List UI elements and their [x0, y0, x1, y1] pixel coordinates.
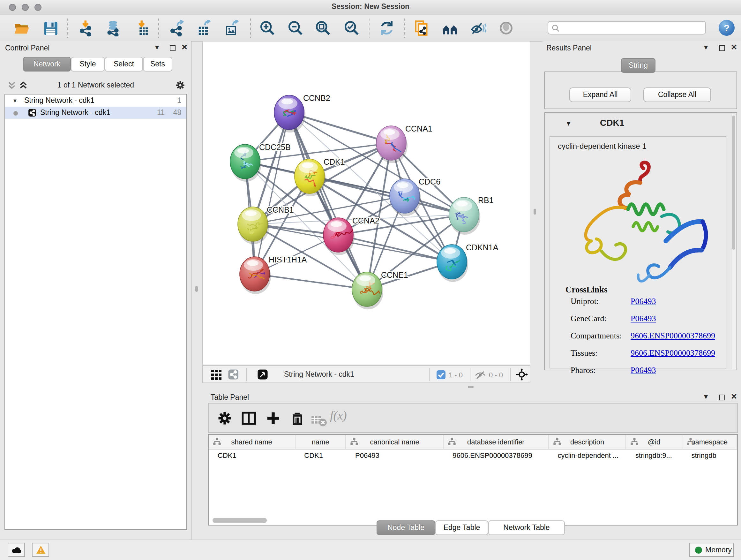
- zoom-selected-button[interactable]: [343, 20, 360, 37]
- network-row[interactable]: String Network - cdk1 11 48: [5, 107, 186, 119]
- delete-column-icon[interactable]: [289, 410, 306, 427]
- table-horizontal-scrollbar[interactable]: [212, 518, 267, 523]
- zoom-out-button[interactable]: [287, 20, 304, 37]
- cell-namespace[interactable]: stringdb: [682, 449, 737, 462]
- add-column-icon[interactable]: [265, 410, 281, 427]
- cell--id[interactable]: stringdb:9...: [626, 449, 683, 462]
- export-network-button[interactable]: [169, 20, 185, 37]
- column-header-namespace[interactable]: namespace: [682, 435, 737, 449]
- crosslink-link[interactable]: 9606.ENSP00000378699: [630, 348, 715, 358]
- open-session-button[interactable]: [13, 20, 30, 37]
- cloud-button[interactable]: [8, 543, 25, 557]
- cell-canonical-name[interactable]: P06493: [346, 449, 444, 462]
- node-ccna2[interactable]: [323, 218, 354, 255]
- crosslink-link[interactable]: 9606.ENSP00000378699: [630, 331, 715, 341]
- memory-button[interactable]: Memory: [689, 543, 734, 557]
- show-columns-icon[interactable]: [241, 410, 257, 427]
- tab-node-table[interactable]: Node Table: [377, 520, 435, 535]
- network-canvas[interactable]: CCNB2CCNA1CDC25BCDK1CDC6RB1CCNB1CCNA2CDK…: [202, 41, 530, 365]
- tab-edge-table[interactable]: Edge Table: [435, 520, 488, 535]
- node-cdc25b[interactable]: [230, 144, 261, 182]
- left-splitter-handle[interactable]: [195, 286, 198, 292]
- right-splitter-handle[interactable]: [534, 209, 536, 214]
- cell-database-identifier[interactable]: 9606.ENSP00000378699: [444, 449, 549, 462]
- crosslink-row: Tissues:9606.ENSP00000378699: [550, 348, 723, 365]
- zoom-in-button[interactable]: [259, 20, 276, 37]
- expand-all-button[interactable]: Expand All: [569, 87, 631, 102]
- table-options-gear-icon[interactable]: [216, 410, 233, 427]
- collapse-panel-icon[interactable]: ▾: [704, 43, 708, 52]
- collapse-panel-icon[interactable]: ▾: [704, 392, 708, 401]
- edge-hist1h1a-ccne1[interactable]: [255, 274, 367, 289]
- node-hist1h1a[interactable]: [240, 257, 271, 294]
- import-network-file-button[interactable]: [78, 20, 94, 37]
- collapse-all-button[interactable]: Collapse All: [643, 87, 711, 102]
- node-cdc6[interactable]: [390, 179, 421, 216]
- float-panel-icon[interactable]: [719, 393, 725, 402]
- close-panel-icon[interactable]: ✕: [731, 392, 737, 401]
- import-network-database-button[interactable]: [105, 20, 121, 37]
- close-panel-icon[interactable]: ✕: [731, 43, 737, 52]
- save-session-button[interactable]: [42, 20, 59, 37]
- node-cdk1[interactable]: [294, 159, 326, 196]
- column-header-description[interactable]: description: [549, 435, 626, 449]
- tab-network[interactable]: Network: [23, 57, 71, 71]
- close-panel-icon[interactable]: ✕: [181, 43, 188, 52]
- collapse-panel-icon[interactable]: ▾: [155, 43, 159, 52]
- export-table-button[interactable]: [195, 20, 212, 37]
- show-hidden-button[interactable]: [498, 20, 515, 37]
- column-header-shared-name[interactable]: shared name: [209, 435, 295, 449]
- float-panel-icon[interactable]: [719, 44, 725, 53]
- node-ccna1[interactable]: [376, 126, 408, 163]
- zoom-fit-button[interactable]: [315, 20, 331, 37]
- node-ccnb2[interactable]: [274, 95, 306, 132]
- horizontal-splitter-handle[interactable]: [468, 386, 474, 388]
- column-header-name[interactable]: name: [295, 435, 346, 449]
- cell-shared-name[interactable]: CDK1: [209, 449, 295, 462]
- tab-sets[interactable]: Sets: [143, 57, 172, 71]
- entry-collapse-icon[interactable]: ▾: [567, 119, 570, 128]
- node-cdkn1a[interactable]: [437, 245, 468, 282]
- birds-eye-view-icon[interactable]: [257, 369, 268, 380]
- selected-checkbox-icon[interactable]: [436, 370, 446, 379]
- tree-expand-icon[interactable]: ▾: [13, 95, 17, 107]
- column-header-database-identifier[interactable]: database identifier: [444, 435, 549, 449]
- import-table-file-button[interactable]: [134, 20, 151, 37]
- crosshair-icon[interactable]: [516, 368, 528, 381]
- crosslink-link[interactable]: P06493: [630, 314, 656, 324]
- node-label-hist1h1a: HIST1H1A: [269, 255, 307, 264]
- node-rb1[interactable]: [449, 197, 480, 235]
- crosslink-label: Tissues:: [570, 348, 597, 358]
- column-header-canonical-name[interactable]: canonical name: [346, 435, 444, 449]
- hide-selected-button[interactable]: [470, 20, 486, 37]
- hidden-eye-icon[interactable]: [475, 371, 486, 379]
- node-table[interactable]: shared namenamecanonical namedatabase id…: [208, 434, 738, 525]
- cell-description[interactable]: cyclin-dependent ...: [549, 449, 626, 462]
- crosslink-link[interactable]: P06493: [630, 365, 656, 375]
- results-scrollbar[interactable]: [731, 114, 736, 369]
- export-image-button[interactable]: [223, 20, 240, 37]
- grid-view-icon[interactable]: [211, 370, 221, 380]
- tab-network-table[interactable]: Network Table: [488, 520, 565, 535]
- node-ccnb1[interactable]: [238, 207, 269, 244]
- first-neighbors-button[interactable]: [442, 20, 458, 37]
- crosslink-link[interactable]: P06493: [630, 296, 656, 307]
- tab-select[interactable]: Select: [105, 57, 143, 71]
- tab-style[interactable]: Style: [71, 57, 105, 71]
- search-input[interactable]: [562, 22, 704, 35]
- help-button[interactable]: ?: [719, 20, 735, 36]
- node-ccne1[interactable]: [352, 272, 383, 309]
- results-scrollbar-thumb[interactable]: [732, 116, 735, 250]
- clone-network-button[interactable]: [413, 20, 429, 37]
- tab-string[interactable]: String: [621, 58, 656, 73]
- network-options-gear-icon[interactable]: [175, 80, 186, 91]
- edge-ccnb2-hist1h1a[interactable]: [255, 112, 289, 274]
- float-panel-icon[interactable]: [170, 44, 176, 53]
- warning-button[interactable]: [32, 543, 49, 557]
- cell-name[interactable]: CDK1: [295, 449, 346, 462]
- apply-layout-button[interactable]: [379, 20, 395, 37]
- network-view-icon[interactable]: [228, 369, 239, 380]
- column-header--id[interactable]: @id: [626, 435, 683, 449]
- network-collection-row[interactable]: ▾ String Network - cdk1 1: [5, 95, 186, 107]
- table-row[interactable]: CDK1CDK1P064939606.ENSP00000378699cyclin…: [209, 449, 737, 462]
